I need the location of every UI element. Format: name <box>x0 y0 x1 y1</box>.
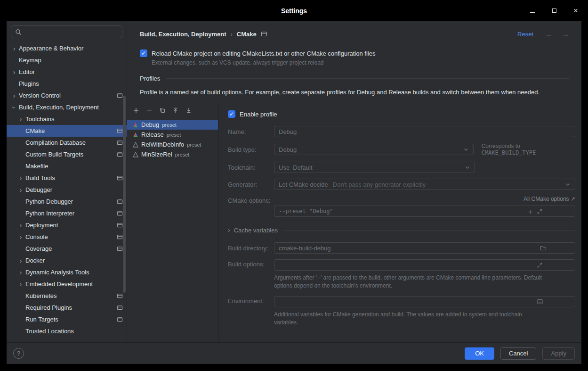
cache-variables-section[interactable]: › Cache variables <box>228 226 575 234</box>
chevron-collapsed-icon[interactable]: › <box>17 222 24 229</box>
sidebar-item-plugins[interactable]: Plugins <box>7 78 127 90</box>
profile-name: Release <box>141 131 164 138</box>
sidebar-item-makefile[interactable]: Makefile <box>7 160 127 172</box>
back-arrow-icon[interactable]: ← <box>546 30 553 38</box>
sidebar-item-dynamic-analysis-tools[interactable]: ›Dynamic Analysis Tools <box>7 266 127 278</box>
sidebar-item-keymap[interactable]: Keymap <box>7 54 127 66</box>
sidebar-item-coverage[interactable]: Coverage <box>7 243 127 255</box>
sidebar-item-toolchains[interactable]: ›Toolchains <box>7 113 127 125</box>
sidebar-item-deployment[interactable]: ›Deployment <box>7 219 127 231</box>
profile-item-release[interactable]: Releasepreset <box>127 130 218 140</box>
sidebar-item-cmake[interactable]: CMake <box>7 125 127 137</box>
close-button[interactable]: × <box>572 7 580 15</box>
build-options-field[interactable] <box>274 259 575 271</box>
generator-select[interactable]: Let CMake decide Don't pass any generato… <box>274 179 575 190</box>
reload-checkbox[interactable]: ✓ <box>140 49 147 57</box>
project-settings-icon <box>117 151 123 157</box>
sidebar-item-label: Build, Execution, Deployment <box>19 104 99 111</box>
chevron-collapsed-icon[interactable]: › <box>17 257 24 264</box>
sidebar-item-editor[interactable]: ›Editor <box>7 66 127 78</box>
sidebar-item-python-debugger[interactable]: Python Debugger <box>7 196 127 207</box>
sidebar-item-kubernetes[interactable]: Kubernetes <box>7 290 127 302</box>
sidebar-item-run-targets[interactable]: Run Targets <box>7 313 127 325</box>
sidebar-item-docker[interactable]: ›Docker <box>7 255 127 266</box>
enable-profile-checkbox[interactable]: ✓ <box>228 110 235 118</box>
cmake-gray-icon <box>133 152 138 157</box>
cmake-options-field[interactable]: --preset "Debug" + <box>274 206 575 217</box>
build-directory-field[interactable]: cmake-build-debug <box>274 242 575 254</box>
sidebar-item-label: Coverage <box>25 245 52 252</box>
sidebar-item-python-interpreter[interactable]: Python Interpreter <box>7 207 127 219</box>
reload-checkbox-row[interactable]: ✓ Reload CMake project on editing CMakeL… <box>127 44 581 57</box>
toolchain-value: Use Default <box>279 164 313 171</box>
maximize-button[interactable] <box>550 7 558 15</box>
remove-profile-button[interactable] <box>145 107 153 114</box>
add-option-icon[interactable]: + <box>528 208 532 215</box>
name-field[interactable]: Debug <box>274 126 575 137</box>
enable-profile-label: Enable profile <box>240 111 277 118</box>
breadcrumb-separator: › <box>230 31 232 38</box>
profile-item-minsizerel[interactable]: MinSizeRelpreset <box>127 149 218 159</box>
sidebar-item-version-control[interactable]: ›Version Control <box>7 90 127 101</box>
cancel-button[interactable]: Cancel <box>500 347 536 360</box>
build-type-label: Build type: <box>228 146 274 153</box>
profile-item-debug[interactable]: Debugpreset <box>127 120 218 130</box>
variables-list-icon[interactable] <box>537 284 571 319</box>
window-titlebar: Settings × <box>0 0 588 21</box>
project-settings-icon <box>117 175 123 181</box>
sidebar-item-label: Editor <box>19 68 35 75</box>
sidebar-item-trusted-locations[interactable]: Trusted Locations <box>7 325 127 337</box>
apply-button[interactable]: Apply <box>542 347 575 360</box>
sidebar-item-debugger[interactable]: ›Debugger <box>7 184 127 196</box>
settings-search-field[interactable] <box>11 25 122 38</box>
sidebar-item-appearance-behavior[interactable]: ›Appearance & Behavior <box>7 42 127 54</box>
environment-label: Environment: <box>228 296 274 305</box>
chevron-expanded-icon[interactable]: › <box>10 104 18 111</box>
chevron-collapsed-icon[interactable]: › <box>17 186 24 194</box>
minimize-button[interactable] <box>529 7 536 15</box>
add-profile-button[interactable] <box>132 107 140 114</box>
move-down-button[interactable] <box>185 107 193 114</box>
chevron-collapsed-icon[interactable]: › <box>17 280 24 288</box>
section-divider-line <box>166 78 569 79</box>
ok-button[interactable]: OK <box>465 347 494 360</box>
name-value: Debug <box>279 128 297 135</box>
expand-field-icon[interactable] <box>537 194 571 229</box>
sidebar-item-build-tools[interactable]: ›Build Tools <box>7 172 127 184</box>
sidebar-item-label: Deployment <box>25 222 58 229</box>
cmake-options-label: CMake options: <box>228 196 274 204</box>
sidebar-scrollbar[interactable] <box>123 96 126 293</box>
chevron-collapsed-icon[interactable]: › <box>17 174 24 182</box>
help-button[interactable]: ? <box>13 348 24 359</box>
sidebar-item-embedded-development[interactable]: ›Embedded Development <box>7 278 127 290</box>
build-type-select[interactable]: Debug <box>274 144 474 155</box>
sidebar-item-label: Compilation Database <box>25 139 86 146</box>
forward-arrow-icon[interactable]: → <box>562 30 569 38</box>
profiles-description: Profile is a named set of build options.… <box>127 82 581 103</box>
toolchain-select[interactable]: Use Default <box>274 162 475 173</box>
sidebar-item-console[interactable]: ›Console <box>7 231 127 243</box>
sidebar-item-label: Embedded Development <box>25 280 93 288</box>
project-settings-icon <box>117 316 123 322</box>
profiles-toolbar <box>127 103 218 117</box>
sidebar-item-label: Plugins <box>19 80 39 87</box>
move-up-button[interactable] <box>172 107 179 114</box>
reset-link[interactable]: Reset <box>517 31 533 38</box>
sidebar-item-custom-build-targets[interactable]: Custom Build Targets <box>7 148 127 160</box>
chevron-collapsed-icon[interactable]: › <box>17 115 24 123</box>
chevron-collapsed-icon[interactable]: › <box>10 92 18 99</box>
enable-profile-row[interactable]: ✓ Enable profile <box>228 110 575 118</box>
chevron-collapsed-icon[interactable]: › <box>10 68 18 76</box>
sidebar-item-label: Docker <box>25 257 45 264</box>
sidebar-item-build-execution-deployment[interactable]: ›Build, Execution, Deployment <box>7 101 127 113</box>
environment-field[interactable] <box>274 296 575 307</box>
sidebar-item-compilation-database[interactable]: Compilation Database <box>7 137 127 148</box>
profile-item-relwithdebinfo[interactable]: RelWithDebInfopreset <box>127 140 218 149</box>
chevron-collapsed-icon[interactable]: › <box>10 45 18 52</box>
copy-profile-button[interactable] <box>159 107 166 114</box>
chevron-collapsed-icon[interactable]: › <box>17 233 24 241</box>
chevron-collapsed-icon[interactable]: › <box>17 269 24 276</box>
sidebar-item-required-plugins[interactable]: Required Plugins <box>7 302 127 313</box>
breadcrumb-parent[interactable]: Build, Execution, Deployment <box>140 31 226 38</box>
search-input[interactable] <box>24 28 118 36</box>
